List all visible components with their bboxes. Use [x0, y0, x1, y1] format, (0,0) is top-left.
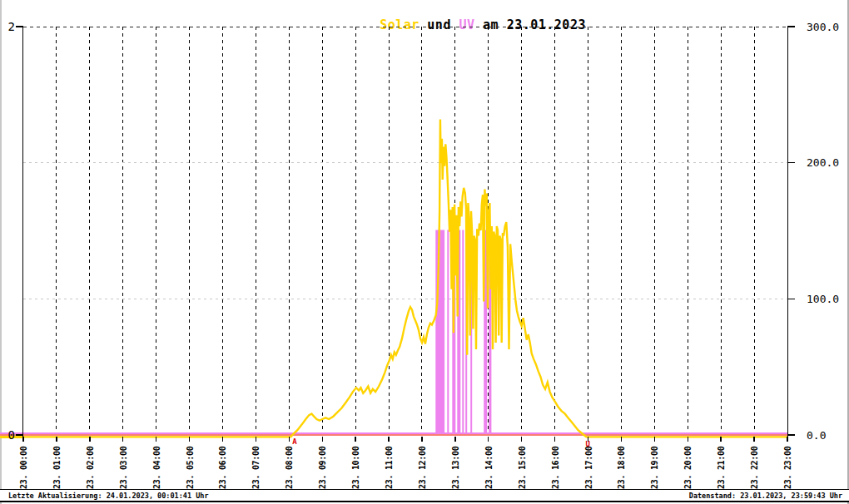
solar-line: [23, 120, 787, 437]
x-tick-label: 23. 16:00: [551, 447, 560, 490]
x-tick-label: 23. 20:00: [683, 447, 693, 490]
footer-data-state: Datenstand: 23.01.2023, 23:59:43 Uhr: [689, 492, 842, 500]
uv-bar: [447, 230, 449, 435]
x-tick-label: 23. 22:00: [750, 447, 759, 490]
x-tick-label: 23. 04:00: [152, 447, 161, 490]
left-axis-label: 0: [0, 429, 15, 442]
footer-bar: Letzte Aktualisierung: 24.01.2023, 00:01…: [0, 489, 849, 502]
x-tick-label: 23. 08:00: [285, 447, 294, 490]
x-tick-label: 23. 13:00: [451, 447, 460, 490]
right-axis-label: 300.0: [807, 21, 839, 33]
chart-page: Solar und UV am 23.01.2023 AU 23. 00:002…: [0, 0, 849, 504]
x-tick-label: 23. 18:00: [617, 447, 626, 490]
x-tick-label: 23. 00:00: [19, 447, 28, 490]
x-tick-label: 23. 14:00: [484, 447, 494, 490]
x-tick-label: 23. 17:00: [584, 447, 593, 490]
chart-canvas: AU: [0, 0, 849, 489]
x-tick-label: 23. 06:00: [218, 447, 227, 490]
x-tick-label: 23. 12:00: [418, 447, 427, 490]
x-tick-label: 23. 23:00: [783, 447, 792, 490]
right-axis-label: 0.0: [807, 429, 826, 442]
x-tick-label: 23. 03:00: [119, 447, 128, 490]
right-axis-label: 200.0: [807, 156, 839, 169]
x-tick-label: 23. 15:00: [518, 447, 527, 490]
uv-bar: [435, 230, 444, 435]
x-tick-label: 23. 11:00: [385, 447, 394, 490]
marker-A: A: [292, 437, 297, 446]
plot-area: AU 23. 00:0023. 01:0023. 02:0023. 03:002…: [0, 0, 849, 489]
x-tick-label: 23. 10:00: [351, 447, 360, 490]
left-axis-label: 2: [0, 21, 15, 33]
right-axis-label: 100.0: [807, 293, 839, 305]
x-tick-label: 23. 02:00: [86, 447, 95, 490]
x-tick-label: 23. 01:00: [52, 447, 62, 490]
x-tick-label: 23. 21:00: [717, 447, 726, 490]
uv-bar: [462, 230, 464, 435]
x-tick-label: 23. 19:00: [650, 447, 659, 490]
x-tick-label: 23. 07:00: [251, 447, 261, 490]
footer-last-update: Letzte Aktualisierung: 24.01.2023, 00:01…: [8, 492, 209, 500]
x-tick-label: 23. 09:00: [318, 447, 327, 490]
x-tick-label: 23. 05:00: [186, 447, 195, 490]
